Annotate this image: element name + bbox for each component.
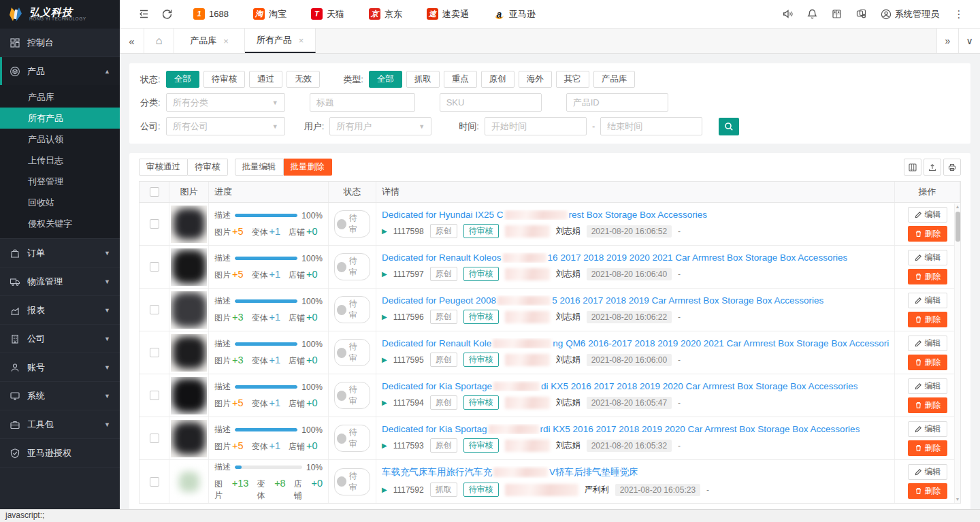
sidebar-item-订单[interactable]: 订单▼ [0,239,120,267]
play-icon[interactable]: ▶ [382,486,387,493]
sidebar-item-所有产品[interactable]: 所有产品 [0,108,120,129]
scroll-down-icon[interactable]: ▼ [956,496,960,503]
home-tab-icon[interactable]: ⌂ [144,29,174,53]
row-checkbox[interactable] [150,348,159,357]
title-input[interactable] [310,93,415,112]
close-icon[interactable]: × [299,35,304,46]
play-icon[interactable]: ▶ [382,399,387,406]
product-title-link[interactable]: Dedicated for Hyundai IX25 Crest Box Sto… [382,210,707,220]
row-checkbox[interactable] [150,219,159,229]
tab-所有产品[interactable]: 所有产品× [245,29,316,53]
status-option-无效[interactable]: 无效 [287,71,320,88]
apps-grid-icon[interactable] [825,0,848,29]
columns-settings-icon[interactable] [904,159,921,176]
batch-edit-button[interactable]: 批量编辑 [235,159,284,176]
company-select[interactable]: 所有公司 ▼ [166,117,285,135]
search-button[interactable] [719,118,739,135]
delete-button[interactable]: 删除 [908,440,947,456]
edit-button[interactable]: 编辑 [908,421,947,437]
product-title-link[interactable]: Dedicated for Renault Koleng QM6 2016-20… [382,338,889,348]
platform-link-1688[interactable]: 11688 [193,8,229,20]
scroll-up-icon[interactable]: ▲ [956,203,960,210]
select-all-checkbox[interactable] [150,187,159,197]
type-option-抓取[interactable]: 抓取 [406,71,440,88]
type-option-全部[interactable]: 全部 [369,71,402,88]
category-select[interactable]: 所有分类 ▼ [166,93,285,112]
delete-button[interactable]: 删除 [908,483,947,499]
sidebar-item-回收站[interactable]: 回收站 [0,192,120,213]
table-scrollbar[interactable]: ▲ ▼ [954,203,960,503]
platform-link-速卖通[interactable]: 速速卖通 [427,8,469,20]
platform-link-淘宝[interactable]: 淘淘宝 [253,8,287,20]
row-checkbox[interactable] [150,305,159,314]
print-icon[interactable] [943,159,961,176]
user-menu[interactable]: 系统管理员 [874,8,946,20]
platform-link-天猫[interactable]: T天猫 [311,8,344,20]
platform-link-亚马逊[interactable]: a亚马逊 [493,8,536,20]
sidebar-item-系统[interactable]: 系统▼ [0,382,120,410]
approve-button[interactable]: 审核通过 [139,159,188,176]
edit-button[interactable]: 编辑 [908,336,947,351]
product-title-link[interactable]: Dedicated for Kia Sportagedi KX5 2016 20… [382,381,858,391]
product-image[interactable] [171,248,207,286]
start-time-input[interactable] [485,117,587,135]
delete-button[interactable]: 删除 [908,355,947,370]
tab-产品库[interactable]: 产品库× [174,29,245,53]
sku-input[interactable] [440,93,542,112]
play-icon[interactable]: ▶ [382,227,387,235]
edit-button[interactable]: 编辑 [908,464,947,480]
sidebar-item-控制台[interactable]: 控制台 [0,29,120,56]
product-id-input[interactable] [566,93,668,112]
sidebar-item-产品库[interactable]: 产品库 [0,86,120,108]
play-icon[interactable]: ▶ [382,313,387,321]
sidebar-item-报表[interactable]: 报表▼ [0,296,120,324]
row-checkbox[interactable] [150,391,159,400]
product-title-link[interactable]: Dedicated for Kia Sportagrdi KX5 2016 20… [382,424,860,434]
sidebar-item-工具包[interactable]: 工具包▼ [0,410,120,438]
type-option-其它[interactable]: 其它 [556,71,589,88]
collapse-sidebar-icon[interactable] [132,0,155,29]
edit-button[interactable]: 编辑 [908,250,947,265]
product-image[interactable] [171,291,207,329]
product-image[interactable] [171,206,207,243]
refresh-icon[interactable] [155,0,178,29]
platform-link-京东[interactable]: 京京东 [369,8,402,20]
product-image[interactable] [171,463,207,500]
type-option-产品库[interactable]: 产品库 [593,71,636,88]
status-option-通过[interactable]: 通过 [249,71,282,88]
sidebar-item-账号[interactable]: 账号▼ [0,353,120,381]
product-image[interactable] [171,334,207,372]
brand-logo[interactable]: 弘义科技 HONG YI TECHNOLOGY [0,0,120,29]
sessions-icon[interactable] [849,0,872,29]
close-icon[interactable]: × [223,36,229,46]
notification-bell-icon[interactable] [800,0,823,29]
play-icon[interactable]: ▶ [382,356,387,363]
export-icon[interactable] [924,159,941,176]
tabs-menu-icon[interactable]: ∨ [958,29,980,53]
edit-button[interactable]: 编辑 [908,378,947,394]
batch-delete-button[interactable]: 批量删除 [284,159,332,176]
sidebar-item-产品认领[interactable]: 产品认领 [0,129,120,150]
user-select[interactable]: 所有用户 ▼ [329,117,431,135]
type-option-海外[interactable]: 海外 [519,71,552,88]
delete-button[interactable]: 删除 [908,269,947,284]
more-menu-icon[interactable]: ⋮ [947,0,970,29]
sidebar-item-物流管理[interactable]: 物流管理▼ [0,267,120,295]
sidebar-item-上传日志[interactable]: 上传日志 [0,150,120,171]
tabs-scroll-left-icon[interactable]: « [120,29,144,53]
sidebar-item-亚马逊授权[interactable]: 亚马逊授权 [0,439,120,467]
type-option-原创[interactable]: 原创 [481,71,514,88]
announcement-icon[interactable] [776,0,799,29]
type-option-重点[interactable]: 重点 [444,71,477,88]
delete-button[interactable]: 删除 [908,312,947,327]
delete-button[interactable]: 删除 [908,397,947,413]
tabs-scroll-right-icon[interactable]: » [936,29,958,53]
sidebar-item-产品[interactable]: 产品▲ [0,57,120,85]
product-title-link[interactable]: 车载充气床车用旅行汽车充V轿车后排气垫睡觉床 [382,466,638,478]
sidebar-item-侵权关键字[interactable]: 侵权关键字 [0,213,120,234]
status-option-待审核[interactable]: 待审核 [203,71,246,88]
delete-button[interactable]: 删除 [908,226,947,242]
product-image[interactable] [171,377,207,414]
product-title-link[interactable]: Dedicated for Renault Koleos16 2017 2018… [382,252,847,263]
play-icon[interactable]: ▶ [382,442,387,449]
